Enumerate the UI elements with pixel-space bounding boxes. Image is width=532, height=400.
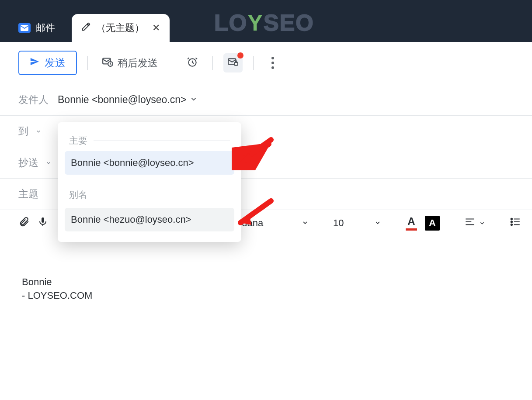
signature-line2: - LOYSEO.COM: [22, 289, 510, 303]
to-label: 到: [18, 124, 58, 138]
svg-point-7: [511, 221, 512, 222]
paper-plane-icon: [30, 57, 39, 69]
cc-label: 抄送: [18, 156, 58, 169]
chevron-down-icon: [45, 157, 52, 168]
svg-rect-0: [21, 25, 28, 31]
paperclip-icon: [18, 216, 30, 230]
send-button-label: 发送: [45, 56, 66, 70]
chevron-down-icon: [302, 217, 309, 229]
action-toolbar: 发送 稍后发送: [0, 42, 532, 84]
highlight-color-button[interactable]: A: [425, 216, 440, 231]
tab-bar: 邮件 （无主题） ✕ LOYSEO: [0, 0, 532, 42]
annotation-arrow-icon: [232, 197, 275, 231]
font-size-select[interactable]: 10: [333, 217, 381, 229]
font-color-button[interactable]: A: [406, 215, 417, 231]
highlight-icon: A: [425, 216, 440, 231]
align-left-icon: [464, 216, 476, 230]
encrypt-button[interactable]: [223, 53, 243, 72]
chevron-down-icon[interactable]: [190, 94, 198, 106]
from-label: 发件人: [18, 93, 58, 107]
from-row: 发件人 Bonnie <bonnie@loyseo.cn>: [0, 84, 532, 115]
clock-mail-icon: [102, 56, 113, 70]
send-later-label: 稍后发送: [118, 56, 158, 70]
svg-point-8: [511, 224, 512, 225]
microphone-icon: [38, 217, 48, 230]
chevron-down-icon: [35, 125, 42, 137]
divider: [212, 56, 213, 70]
close-icon[interactable]: ✕: [152, 22, 160, 34]
dropdown-primary-header: 主要: [65, 130, 234, 151]
compose-body[interactable]: Bonnie - LOYSEO.COM: [0, 236, 532, 342]
sender-dropdown: 主要 Bonnie <bonnie@loyseo.cn> 别名 Bonnie <…: [58, 122, 241, 242]
voice-button[interactable]: [38, 217, 48, 230]
subject-label: 主题: [18, 187, 58, 201]
send-later-button[interactable]: 稍后发送: [98, 53, 161, 72]
tab-compose[interactable]: （无主题） ✕: [72, 14, 170, 42]
align-button[interactable]: [464, 216, 485, 230]
font-size-value: 10: [333, 217, 344, 229]
pencil-icon: [81, 22, 91, 34]
from-value[interactable]: Bonnie <bonnie@loyseo.cn>: [58, 94, 186, 106]
list-button[interactable]: [510, 216, 521, 230]
reminder-button[interactable]: [183, 53, 202, 72]
tab-compose-label: （无主题）: [96, 21, 144, 34]
signature-line1: Bonnie: [22, 276, 510, 289]
tab-mail-label: 邮件: [36, 21, 55, 34]
mail-icon: [18, 23, 31, 33]
chevron-down-icon: [374, 217, 381, 229]
dropdown-alias-header: 别名: [65, 184, 234, 205]
sender-option-primary[interactable]: Bonnie <bonnie@loyseo.cn>: [65, 151, 234, 175]
attach-button[interactable]: [18, 216, 30, 230]
svg-rect-5: [234, 62, 238, 66]
font-color-icon: A: [406, 215, 417, 231]
mail-lock-icon: [227, 56, 239, 69]
more-actions-button[interactable]: [264, 54, 282, 72]
divider: [253, 56, 254, 70]
alarm-clock-icon: [187, 56, 198, 69]
svg-point-6: [511, 218, 512, 219]
send-button[interactable]: 发送: [18, 51, 77, 75]
annotation-arrow-icon: [232, 135, 275, 170]
chevron-down-icon: [479, 217, 485, 229]
watermark-logo: LOYSEO: [214, 10, 314, 36]
tab-mail[interactable]: 邮件: [9, 14, 65, 42]
divider: [87, 56, 88, 70]
notification-dot-icon: [237, 52, 243, 59]
divider: [172, 56, 172, 70]
bullet-list-icon: [510, 216, 521, 230]
sender-option-alias[interactable]: Bonnie <hezuo@loyseo.cn>: [65, 208, 234, 231]
